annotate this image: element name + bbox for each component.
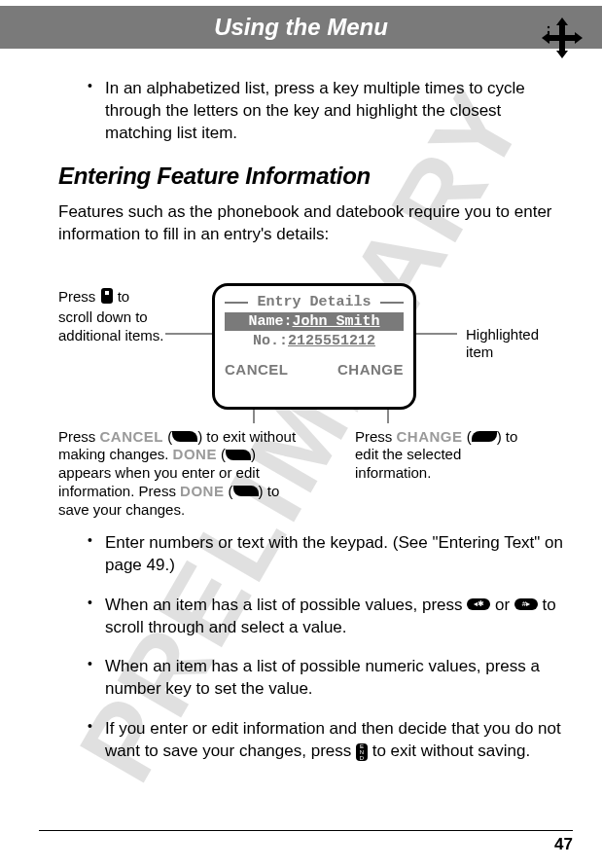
svg-point-7	[548, 31, 549, 33]
bullet-marker: •	[88, 718, 105, 763]
svg-rect-1	[548, 35, 577, 41]
svg-marker-3	[556, 51, 568, 58]
connector-line	[165, 333, 212, 335]
svg-marker-2	[556, 18, 568, 25]
callout-cancel-done: Press CANCEL () to exit without making c…	[58, 428, 311, 520]
page-number: 47	[554, 835, 573, 854]
intro-text: Features such as the phonebook and dateb…	[58, 201, 563, 246]
svg-point-6	[548, 26, 549, 28]
bullet-item: • If you enter or edit information and t…	[58, 718, 563, 763]
left-softkey-icon	[233, 486, 259, 496]
screen-number-row: No.:2125551212	[225, 333, 404, 349]
screen-name-row: Name:John Smith	[225, 312, 404, 331]
svg-rect-10	[101, 288, 113, 304]
screen-title: Entry Details	[225, 294, 404, 310]
svg-point-9	[548, 41, 549, 43]
bullet-item: • When an item has a list of possible nu…	[58, 656, 563, 701]
content-area: • In an alphabetized list, press a key m…	[0, 49, 602, 763]
header-title: Using the Menu	[214, 14, 388, 40]
bullet-item: • In an alphabetized list, press a key m…	[58, 78, 563, 145]
callout-scroll: Press to scroll down to additional items…	[58, 287, 165, 345]
bullet-text: In an alphabetized list, press a key mul…	[105, 78, 563, 145]
bullet-text: When an item has a list of possible valu…	[105, 595, 563, 639]
left-softkey-icon	[226, 450, 251, 460]
bullet-text: Enter numbers or text with the keypad. (…	[105, 532, 563, 577]
diagram: Press to scroll down to additional items…	[58, 268, 563, 521]
softkey-cancel: CANCEL	[225, 361, 289, 378]
scroll-key-icon	[100, 287, 114, 309]
svg-rect-11	[105, 291, 109, 295]
softkey-change: CHANGE	[337, 361, 404, 378]
svg-marker-5	[575, 32, 583, 44]
callout-highlighted: Highlighted item	[466, 326, 563, 363]
bullet-marker: •	[88, 78, 105, 145]
connector-line	[416, 333, 457, 335]
svg-point-8	[548, 36, 549, 38]
bullet-marker: •	[88, 656, 105, 701]
bullet-text: If you enter or edit information and the…	[105, 718, 563, 763]
left-softkey-icon	[172, 431, 197, 442]
bullet-item: • Enter numbers or text with the keypad.…	[58, 532, 563, 577]
end-key-icon: END	[356, 743, 368, 761]
right-scroll-key-icon: #▸	[514, 598, 538, 610]
navigation-cross-icon	[542, 18, 583, 62]
phone-screen: Entry Details Name:John Smith No.:212555…	[212, 283, 416, 410]
right-softkey-icon	[472, 431, 497, 442]
page-header: Using the Menu	[0, 6, 602, 49]
bullet-item: • When an item has a list of possible va…	[58, 595, 563, 639]
bullet-text: When an item has a list of possible nume…	[105, 656, 563, 701]
callout-change: Press CHANGE () to edit the selected inf…	[355, 428, 540, 483]
footer-rule	[39, 830, 573, 831]
bullet-marker: •	[88, 595, 105, 639]
bullet-marker: •	[88, 532, 105, 577]
section-heading: Entering Feature Information	[58, 163, 563, 190]
left-scroll-key-icon: ◂✱	[467, 598, 490, 610]
